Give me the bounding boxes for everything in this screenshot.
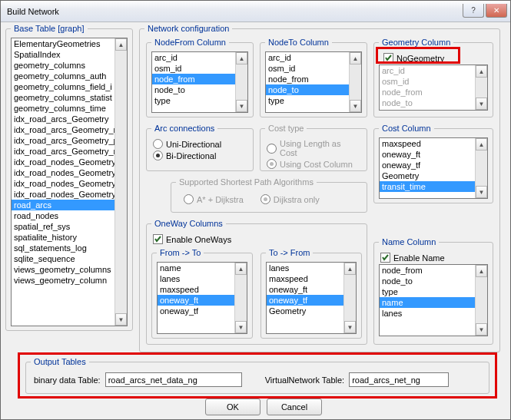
list-item[interactable]: node_from xyxy=(380,265,487,276)
list-item[interactable]: node_from xyxy=(152,74,247,84)
scrollbar[interactable]: ▲ ▼ xyxy=(114,38,127,326)
bi-directional-row[interactable]: Bi-Directional xyxy=(153,150,247,160)
list-item[interactable]: spatialite_history xyxy=(12,232,127,243)
list-item[interactable]: transit_time xyxy=(380,181,487,192)
list-item[interactable]: maxspeed xyxy=(380,138,487,149)
list-item[interactable]: geometry_columns_auth xyxy=(12,71,127,81)
to-from-listbox[interactable]: lanesmaxspeedoneway_ftoneway_tfGeometry▲… xyxy=(266,262,357,334)
scroll-up-icon[interactable]: ▲ xyxy=(476,265,487,277)
list-item[interactable]: idx_road_arcs_Geometry_n xyxy=(12,124,127,135)
list-item[interactable]: name xyxy=(158,263,247,273)
list-item[interactable]: arc_id xyxy=(152,52,247,63)
scroll-up-icon[interactable]: ▲ xyxy=(236,52,247,64)
list-item[interactable]: oneway_ft xyxy=(158,295,247,306)
scrollbar[interactable]: ▲▼ xyxy=(349,52,361,112)
list-item[interactable]: road_nodes xyxy=(12,210,127,221)
scrollbar[interactable]: ▲▼ xyxy=(234,263,247,333)
list-item[interactable]: road_arcs xyxy=(12,200,127,210)
list-item[interactable]: osm_id xyxy=(266,63,361,74)
list-item[interactable]: spatial_ref_sys xyxy=(12,221,127,232)
list-item[interactable]: node_to xyxy=(266,84,361,95)
enable-name-checkbox[interactable] xyxy=(380,253,390,263)
list-item[interactable]: lanes xyxy=(267,263,356,273)
titlebar[interactable]: Build Network ? ✕ xyxy=(1,1,510,22)
list-item[interactable]: arc_id xyxy=(266,52,361,63)
nogeometry-checkbox[interactable] xyxy=(383,53,393,63)
enable-oneways-row[interactable]: Enable OneWays xyxy=(153,234,360,244)
scrollbar[interactable]: ▲▼ xyxy=(475,138,487,198)
list-item[interactable]: oneway_ft xyxy=(380,149,487,160)
list-item[interactable]: geometry_columns_statist xyxy=(12,92,127,103)
list-item[interactable]: sqlite_sequence xyxy=(12,253,127,264)
scroll-down-icon[interactable]: ▼ xyxy=(115,313,127,326)
virtualnetwork-input[interactable]: road_arcs_net_ng xyxy=(349,372,449,387)
list-item[interactable]: idx_road_arcs_Geometry xyxy=(12,114,127,124)
base-table-listbox[interactable]: ElementaryGeometriesSpatialIndexgeometry… xyxy=(11,38,128,326)
scroll-up-icon[interactable]: ▲ xyxy=(350,52,361,64)
list-item[interactable]: oneway_ft xyxy=(267,284,356,295)
uni-directional-row[interactable]: Uni-Directional xyxy=(153,139,247,149)
list-item[interactable]: sql_statements_log xyxy=(12,243,127,253)
list-item[interactable]: node_from xyxy=(266,74,361,84)
scroll-up-icon[interactable]: ▲ xyxy=(235,263,247,275)
list-item[interactable]: lanes xyxy=(380,308,487,319)
scroll-up-icon[interactable]: ▲ xyxy=(115,38,127,51)
scrollbar[interactable]: ▲▼ xyxy=(475,265,487,336)
scroll-up-icon[interactable]: ▲ xyxy=(476,138,487,150)
list-item[interactable]: geometry_columns_field_i xyxy=(12,81,127,92)
list-item[interactable]: idx_road_arcs_Geometry_p xyxy=(12,135,127,146)
help-button[interactable]: ? xyxy=(463,4,484,18)
uni-directional-radio[interactable] xyxy=(153,139,163,149)
scroll-down-icon[interactable]: ▼ xyxy=(236,100,247,112)
list-item[interactable]: idx_road_nodes_Geometry xyxy=(12,178,127,189)
scroll-down-icon[interactable]: ▼ xyxy=(344,321,356,333)
list-item[interactable]: osm_id xyxy=(152,63,247,74)
nogeometry-checkbox-row[interactable]: NoGeometry xyxy=(383,53,486,63)
bi-directional-radio[interactable] xyxy=(153,150,163,160)
list-item[interactable]: views_geometry_columns xyxy=(12,264,127,275)
enable-oneways-checkbox[interactable] xyxy=(153,234,163,244)
list-item[interactable]: SpatialIndex xyxy=(12,49,127,60)
list-item[interactable]: type xyxy=(266,95,361,106)
list-item[interactable]: Geometry xyxy=(267,306,356,316)
scroll-down-icon[interactable]: ▼ xyxy=(350,100,361,112)
scroll-up-icon[interactable]: ▲ xyxy=(344,263,356,275)
ok-button[interactable]: OK xyxy=(205,399,260,415)
binary-table-input[interactable]: road_arcs_net_data_ng xyxy=(105,372,242,387)
scroll-down-icon[interactable]: ▼ xyxy=(235,321,247,333)
scrollbar[interactable]: ▲▼ xyxy=(343,263,356,333)
list-item[interactable]: geometry_columns xyxy=(12,60,127,71)
list-item[interactable]: oneway_tf xyxy=(267,295,356,306)
scroll-down-icon[interactable]: ▼ xyxy=(476,186,487,198)
enable-name-row[interactable]: Enable Name xyxy=(380,253,486,263)
list-item[interactable]: oneway_tf xyxy=(380,160,487,170)
list-item[interactable]: idx_road_nodes_Geometry xyxy=(12,157,127,167)
list-item[interactable]: idx_road_nodes_Geometry xyxy=(12,167,127,178)
nodeto-listbox[interactable]: arc_idosm_idnode_fromnode_totype▲▼ xyxy=(265,51,362,113)
list-item[interactable]: Geometry xyxy=(380,170,487,181)
list-item[interactable]: maxspeed xyxy=(158,284,247,295)
list-item[interactable]: oneway_tf xyxy=(158,306,247,316)
list-item[interactable]: node_to xyxy=(152,84,247,95)
list-item[interactable]: node_to xyxy=(380,276,487,286)
cost-column-listbox[interactable]: maxspeedoneway_ftoneway_tfGeometrytransi… xyxy=(379,137,488,199)
list-item[interactable]: geometry_columns_time xyxy=(12,103,127,114)
close-button[interactable]: ✕ xyxy=(486,4,507,18)
from-to-listbox[interactable]: namelanesmaxspeedoneway_ftoneway_tf▲▼ xyxy=(157,262,247,334)
list-item[interactable]: idx_road_nodes_Geometry xyxy=(12,189,127,200)
scroll-track[interactable] xyxy=(115,51,127,313)
name-listbox[interactable]: node_fromnode_totypenamelanes▲▼ xyxy=(379,264,488,336)
scrollbar[interactable]: ▲▼ xyxy=(235,52,247,112)
list-item[interactable]: idx_road_arcs_Geometry_r xyxy=(12,146,127,157)
scroll-down-icon[interactable]: ▼ xyxy=(476,323,487,336)
list-item: arc_id xyxy=(380,65,487,76)
list-item[interactable]: views_geometry_column xyxy=(12,275,127,286)
list-item[interactable]: maxspeed xyxy=(267,273,356,284)
cancel-button[interactable]: Cancel xyxy=(267,399,322,415)
list-item[interactable]: lanes xyxy=(158,273,247,284)
list-item[interactable]: type xyxy=(152,95,247,106)
list-item[interactable]: name xyxy=(380,297,487,308)
list-item[interactable]: ElementaryGeometries xyxy=(12,38,127,49)
list-item[interactable]: type xyxy=(380,286,487,297)
nodefrom-listbox[interactable]: arc_idosm_idnode_fromnode_totype▲▼ xyxy=(151,51,248,113)
